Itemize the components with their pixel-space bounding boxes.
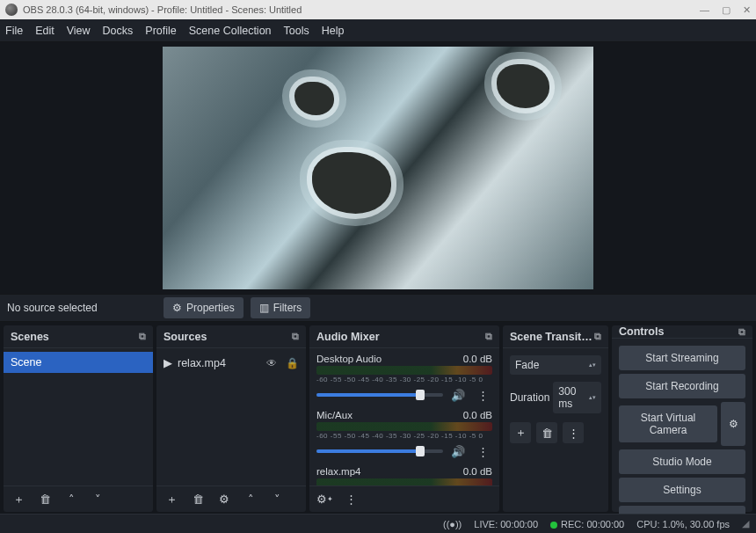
controls-title: Controls bbox=[619, 325, 664, 338]
settings-button[interactable]: Settings bbox=[619, 478, 745, 502]
window-titlebar: OBS 28.0.3 (64-bit, windows) - Profile: … bbox=[0, 0, 756, 19]
scene-item-label: Scene bbox=[11, 356, 41, 369]
add-transition-button[interactable]: ＋ bbox=[510, 422, 531, 443]
network-icon: ((●)) bbox=[443, 519, 462, 529]
speaker-icon[interactable]: 🔊 bbox=[448, 385, 468, 405]
source-properties-button[interactable]: ⚙ bbox=[214, 490, 234, 509]
start-recording-button[interactable]: Start Recording bbox=[619, 374, 745, 398]
meter-ticks: -60 -55 -50 -45 -40 -35 -30 -25 -20 -15 … bbox=[316, 432, 492, 440]
transitions-dock: Scene Transiti… ⧉ Fade ▴▾ Duration 300 m… bbox=[503, 325, 608, 512]
menu-edit[interactable]: Edit bbox=[35, 25, 55, 37]
channel-name: Mic/Aux bbox=[316, 410, 353, 420]
source-down-button[interactable]: ˅ bbox=[267, 490, 287, 509]
remove-scene-button[interactable]: 🗑 bbox=[35, 490, 55, 509]
sources-title: Sources bbox=[164, 331, 207, 343]
transitions-body: Fade ▴▾ Duration 300 ms ▴▾ ＋ 🗑 ⋮ bbox=[503, 348, 608, 512]
scenes-list[interactable]: Scene bbox=[4, 348, 153, 486]
scene-down-button[interactable]: ˅ bbox=[88, 490, 107, 509]
virtual-camera-settings-button[interactable]: ⚙ bbox=[721, 402, 745, 446]
audio-meter bbox=[316, 366, 492, 375]
scene-item[interactable]: Scene bbox=[4, 352, 153, 373]
preview-content bbox=[497, 64, 549, 108]
sources-footer: ＋ 🗑 ⚙ ˄ ˅ bbox=[156, 486, 306, 512]
menu-docks[interactable]: Docks bbox=[103, 25, 134, 37]
audio-meter bbox=[316, 478, 492, 486]
controls-dock: Controls ⧉ Start Streaming Start Recordi… bbox=[612, 325, 752, 512]
studio-mode-button[interactable]: Studio Mode bbox=[619, 449, 745, 474]
menu-profile[interactable]: Profile bbox=[145, 25, 176, 37]
mixer-channel: relax.mp4 0.0 dB -60 -55 -50 -45 -40 -35… bbox=[309, 464, 499, 486]
menu-scene-collection[interactable]: Scene Collection bbox=[189, 25, 272, 37]
play-icon: ▶ bbox=[164, 356, 172, 369]
properties-label: Properties bbox=[186, 302, 235, 314]
app-logo-icon bbox=[5, 4, 18, 16]
audio-meter bbox=[316, 422, 492, 431]
source-toolbar: No source selected ⚙ Properties ▥ Filter… bbox=[0, 294, 756, 322]
gear-icon: ⚙ bbox=[172, 302, 182, 314]
close-icon[interactable]: ✕ bbox=[743, 4, 751, 16]
remove-source-button[interactable]: 🗑 bbox=[188, 490, 207, 509]
preview-canvas[interactable] bbox=[163, 47, 593, 289]
popout-icon[interactable]: ⧉ bbox=[139, 331, 146, 342]
mixer-title: Audio Mixer bbox=[316, 331, 380, 343]
menu-file[interactable]: File bbox=[5, 25, 23, 37]
properties-button[interactable]: ⚙ Properties bbox=[164, 297, 244, 318]
menu-tools[interactable]: Tools bbox=[284, 25, 309, 37]
popout-icon[interactable]: ⧉ bbox=[738, 326, 745, 338]
audio-mixer-dock: Audio Mixer ⧉ Desktop Audio 0.0 dB -60 -… bbox=[309, 325, 499, 512]
filters-button[interactable]: ▥ Filters bbox=[251, 297, 311, 318]
menu-view[interactable]: View bbox=[67, 25, 91, 37]
menu-help[interactable]: Help bbox=[322, 25, 345, 37]
transition-menu-icon[interactable]: ⋮ bbox=[563, 422, 584, 443]
remove-transition-button[interactable]: 🗑 bbox=[536, 422, 557, 443]
popout-icon[interactable]: ⧉ bbox=[292, 331, 299, 342]
mixer-menu-icon[interactable]: ⋮ bbox=[341, 490, 360, 509]
duration-value: 300 ms bbox=[558, 385, 589, 410]
window-title: OBS 28.0.3 (64-bit, windows) - Profile: … bbox=[23, 4, 302, 15]
channel-menu-icon[interactable]: ⋮ bbox=[473, 385, 492, 405]
maximize-icon[interactable]: ▢ bbox=[722, 4, 731, 16]
start-virtual-camera-button[interactable]: Start Virtual Camera bbox=[619, 405, 717, 442]
volume-slider[interactable] bbox=[316, 449, 443, 453]
transition-select[interactable]: Fade ▴▾ bbox=[510, 355, 601, 375]
live-status: LIVE: 00:00:00 bbox=[474, 519, 538, 529]
scenes-header: Scenes ⧉ bbox=[4, 325, 153, 348]
volume-slider[interactable] bbox=[316, 393, 443, 397]
channel-name: Desktop Audio bbox=[316, 354, 382, 364]
mixer-body: Desktop Audio 0.0 dB -60 -55 -50 -45 -40… bbox=[309, 348, 499, 486]
scenes-dock: Scenes ⧉ Scene ＋ 🗑 ˄ ˅ bbox=[4, 325, 153, 512]
menu-bar: File Edit View Docks Profile Scene Colle… bbox=[0, 19, 756, 42]
mixer-header: Audio Mixer ⧉ bbox=[309, 325, 499, 348]
transitions-header: Scene Transiti… ⧉ bbox=[503, 325, 608, 348]
visibility-toggle-icon[interactable]: 👁 bbox=[266, 357, 277, 369]
start-streaming-button[interactable]: Start Streaming bbox=[619, 346, 745, 370]
lock-toggle-icon[interactable]: 🔒 bbox=[286, 357, 299, 369]
duration-input[interactable]: 300 ms ▴▾ bbox=[553, 382, 601, 413]
scene-up-button[interactable]: ˄ bbox=[62, 490, 81, 509]
source-up-button[interactable]: ˄ bbox=[241, 490, 260, 509]
preview-content bbox=[312, 152, 391, 214]
source-item[interactable]: ▶ relax.mp4 👁 🔒 bbox=[156, 352, 306, 374]
preview-area[interactable] bbox=[0, 42, 756, 294]
advanced-audio-button[interactable]: ⚙✦ bbox=[315, 490, 334, 509]
channel-menu-icon[interactable]: ⋮ bbox=[473, 442, 492, 461]
meter-ticks: -60 -55 -50 -45 -40 -35 -30 -25 -20 -15 … bbox=[316, 376, 492, 383]
recording-indicator-icon bbox=[550, 522, 557, 529]
resize-grip-icon[interactable]: ◢ bbox=[742, 518, 749, 529]
speaker-icon[interactable]: 🔊 bbox=[448, 442, 468, 461]
popout-icon[interactable]: ⧉ bbox=[485, 331, 492, 342]
cpu-status: CPU: 1.0%, 30.00 fps bbox=[636, 519, 730, 529]
spinner-icon[interactable]: ▴▾ bbox=[589, 394, 596, 401]
scenes-title: Scenes bbox=[11, 331, 49, 343]
add-source-button[interactable]: ＋ bbox=[162, 490, 181, 509]
controls-body: Start Streaming Start Recording Start Vi… bbox=[612, 339, 752, 533]
minimize-icon[interactable]: — bbox=[700, 4, 709, 16]
scenes-footer: ＋ 🗑 ˄ ˅ bbox=[4, 486, 153, 512]
rec-status: REC: 00:00:00 bbox=[561, 519, 624, 529]
status-bar: ((●)) LIVE: 00:00:00 REC: 00:00:00 CPU: … bbox=[0, 514, 756, 533]
sources-list[interactable]: ▶ relax.mp4 👁 🔒 bbox=[156, 348, 306, 486]
transitions-title: Scene Transiti… bbox=[510, 331, 594, 343]
popout-icon[interactable]: ⧉ bbox=[594, 331, 601, 342]
add-scene-button[interactable]: ＋ bbox=[9, 490, 28, 509]
sources-header: Sources ⧉ bbox=[156, 325, 306, 348]
